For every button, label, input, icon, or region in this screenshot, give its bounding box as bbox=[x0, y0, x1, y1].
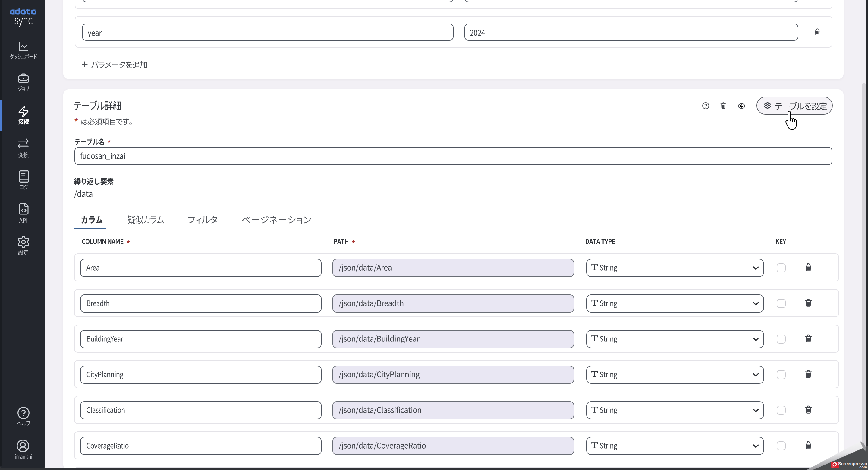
svg-text:.com: .com bbox=[858, 465, 867, 469]
